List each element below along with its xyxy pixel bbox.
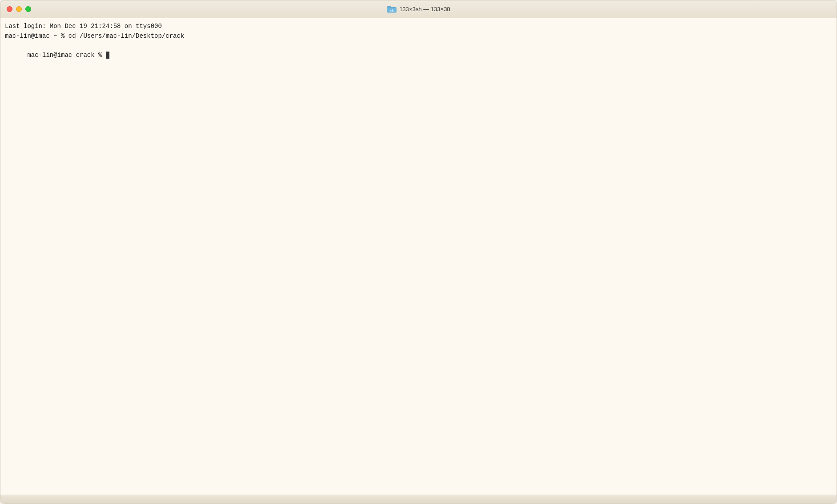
terminal-line-2: mac-lin@imac ~ % cd /Users/mac-lin/Deskt…: [5, 32, 832, 41]
window-title: 133×3sh — 133×38: [399, 6, 450, 12]
title-bar: ck 133×3sh — 133×38: [0, 0, 837, 18]
traffic-lights: [7, 6, 31, 12]
title-bar-content: ck 133×3sh — 133×38: [387, 5, 450, 13]
terminal-line-1: Last login: Mon Dec 19 21:24:58 on ttys0…: [5, 22, 832, 32]
svg-text:ck: ck: [390, 9, 394, 12]
terminal-cursor: [106, 52, 109, 59]
folder-icon: ck: [387, 5, 397, 13]
minimize-button[interactable]: [16, 6, 22, 12]
terminal-window: ck 133×3sh — 133×38 Last login: Mon Dec …: [0, 0, 837, 504]
terminal-prompt: mac-lin@imac crack %: [27, 52, 105, 59]
terminal-body[interactable]: Last login: Mon Dec 19 21:24:58 on ttys0…: [0, 18, 837, 495]
close-button[interactable]: [7, 6, 12, 12]
terminal-line-3: mac-lin@imac crack %: [5, 41, 832, 70]
bottom-bar: [0, 495, 837, 504]
maximize-button[interactable]: [25, 6, 31, 12]
